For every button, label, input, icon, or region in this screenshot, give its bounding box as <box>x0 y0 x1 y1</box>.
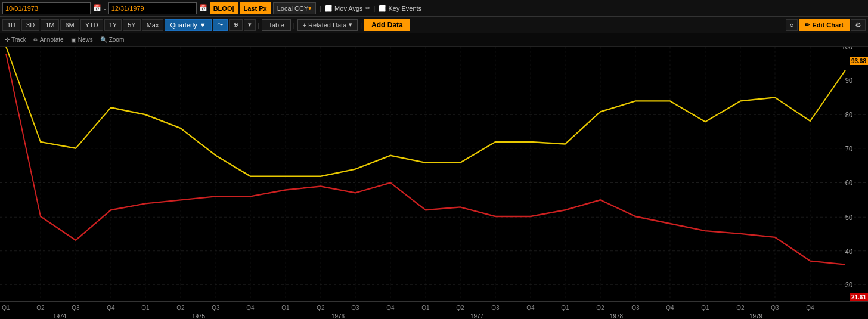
toolbar-row1: 10/01/1973 📅 - 12/31/1979 📅 BLOO| Last P… <box>0 0 868 17</box>
quarterly-dropdown[interactable]: Quarterly ▼ <box>165 19 211 31</box>
sep2: | <box>373 5 377 12</box>
key-events-checkbox[interactable] <box>379 5 386 12</box>
svg-text:Q2: Q2 <box>456 305 464 311</box>
key-events-group: Key Events <box>379 5 421 12</box>
local-ccy-dropdown[interactable]: Local CCY <box>273 2 317 14</box>
svg-text:Q3: Q3 <box>491 305 500 311</box>
svg-text:Q1: Q1 <box>2 305 10 311</box>
chart-svg[interactable]: 100 90 80 70 60 50 40 30 20 <box>0 47 868 319</box>
svg-text:1977: 1977 <box>470 313 484 319</box>
mov-avgs-label[interactable]: Mov Avgs <box>334 5 363 12</box>
svg-text:Q3: Q3 <box>212 305 220 311</box>
zoom-icon: 🔍 <box>100 36 107 43</box>
svg-text:Q2: Q2 <box>317 305 325 311</box>
track-label: Track <box>11 36 26 43</box>
period-max[interactable]: Max <box>142 19 164 31</box>
svg-text:100: 100 <box>842 47 853 51</box>
crosshair-icon: ⊕ <box>233 21 238 29</box>
period-1d[interactable]: 1D <box>2 19 20 31</box>
svg-text:Q3: Q3 <box>771 305 779 311</box>
table-button[interactable]: Table <box>262 19 290 31</box>
x-axis-svg: Q1 Q2 Q3 Q4 Q1 Q2 Q3 Q4 Q1 Q2 Q3 Q4 Q1 Q… <box>0 303 868 319</box>
mov-avgs-checkbox[interactable] <box>325 5 332 12</box>
svg-text:Q3: Q3 <box>351 305 359 311</box>
toolbar-row2: 1D 3D 1M 6M YTD 1Y 5Y Max Quarterly ▼ 〜 … <box>0 17 868 33</box>
toolbar-row3: ✛ Track ✏ Annotate ▣ News 🔍 Zoom <box>0 33 868 47</box>
svg-text:80: 80 <box>845 110 852 119</box>
annotate-tool[interactable]: ✏ Annotate <box>33 36 64 43</box>
calendar-icon-end[interactable]: 📅 <box>199 4 207 12</box>
svg-text:Q4: Q4 <box>526 305 535 311</box>
zoom-tool[interactable]: 🔍 Zoom <box>100 36 125 43</box>
svg-text:Q4: Q4 <box>806 305 814 311</box>
add-data-button[interactable]: Add Data <box>364 19 410 31</box>
svg-text:Q1: Q1 <box>141 305 150 311</box>
svg-text:1975: 1975 <box>192 313 206 319</box>
svg-text:Q1: Q1 <box>561 305 569 311</box>
last-px-button[interactable]: Last Px <box>240 2 271 14</box>
related-data-button[interactable]: + Related Data ▾ <box>297 19 358 31</box>
news-label: News <box>78 36 93 43</box>
svg-text:Q3: Q3 <box>72 305 80 311</box>
collapse-button[interactable]: « <box>786 19 798 31</box>
period-1m[interactable]: 1M <box>41 19 59 31</box>
start-date-input[interactable]: 10/01/1973 <box>2 2 91 14</box>
svg-text:Q2: Q2 <box>176 305 185 311</box>
key-events-label[interactable]: Key Events <box>388 5 421 12</box>
svg-text:30: 30 <box>845 280 852 289</box>
svg-text:1974: 1974 <box>53 313 67 319</box>
zoom-label: Zoom <box>109 36 125 43</box>
svg-text:40: 40 <box>845 247 852 256</box>
svg-text:Q4: Q4 <box>246 305 255 311</box>
svg-text:90: 90 <box>845 76 852 85</box>
track-tool[interactable]: ✛ Track <box>5 36 26 43</box>
related-data-label: + Related Data <box>303 21 347 29</box>
sep1: | <box>318 5 323 12</box>
track-icon: ✛ <box>5 36 10 43</box>
end-date-input[interactable]: 12/31/1979 <box>108 2 197 14</box>
svg-text:Q2: Q2 <box>36 305 45 311</box>
crosshair-icon-btn[interactable]: ⊕ <box>229 19 243 31</box>
dropdown-arrow-icon: ▾ <box>248 21 252 29</box>
svg-text:Q2: Q2 <box>596 305 604 311</box>
annotate-icon: ✏ <box>33 36 38 43</box>
svg-text:Q2: Q2 <box>736 305 745 311</box>
pencil-icon: ✏ <box>365 5 370 11</box>
sep3: | <box>257 21 261 29</box>
svg-text:Q3: Q3 <box>631 305 640 311</box>
x-axis: Q1 Q2 Q3 Q4 Q1 Q2 Q3 Q4 Q1 Q2 Q3 Q4 Q1 Q… <box>0 301 868 319</box>
gear-icon: ⚙ <box>855 21 861 29</box>
period-6m[interactable]: 6M <box>60 19 79 31</box>
period-5y[interactable]: 5Y <box>123 19 140 31</box>
y-badge-bottom: 21.61 <box>850 293 868 301</box>
svg-text:70: 70 <box>845 144 852 153</box>
svg-text:50: 50 <box>845 213 852 222</box>
edit-chart-label: Edit Chart <box>812 21 844 29</box>
related-data-arrow: ▾ <box>349 21 352 29</box>
svg-text:1979: 1979 <box>749 313 763 319</box>
period-ytd[interactable]: YTD <box>80 19 103 31</box>
sep5: | <box>359 21 363 29</box>
settings-button[interactable]: ⚙ <box>851 19 866 31</box>
calendar-icon-start[interactable]: 📅 <box>93 4 101 12</box>
news-icon: ▣ <box>71 36 76 43</box>
quarterly-label: Quarterly <box>170 21 197 29</box>
chart-wrapper[interactable]: 93.68 21.61 100 90 80 70 60 <box>0 47 868 319</box>
svg-text:Q4: Q4 <box>107 305 115 311</box>
svg-text:Q1: Q1 <box>421 305 430 311</box>
main-content: 93.68 21.61 100 90 80 70 60 <box>0 47 868 319</box>
edit-chart-button[interactable]: ✏ Edit Chart <box>799 19 850 31</box>
period-3d[interactable]: 3D <box>21 19 39 31</box>
quarterly-arrow: ▼ <box>200 21 206 29</box>
news-tool[interactable]: ▣ News <box>71 36 93 43</box>
period-1y[interactable]: 1Y <box>104 19 122 31</box>
svg-text:60: 60 <box>845 178 852 187</box>
svg-text:Q4: Q4 <box>386 305 395 311</box>
pencil-edit-icon: ✏ <box>805 21 810 28</box>
annotate-label: Annotate <box>40 36 64 43</box>
line-chart-icon-btn[interactable]: 〜 <box>213 19 228 31</box>
source-button[interactable]: BLOO| <box>210 2 238 14</box>
svg-text:Q4: Q4 <box>666 305 674 311</box>
dropdown-arrow-btn[interactable]: ▾ <box>244 19 256 31</box>
svg-text:1978: 1978 <box>610 313 624 319</box>
